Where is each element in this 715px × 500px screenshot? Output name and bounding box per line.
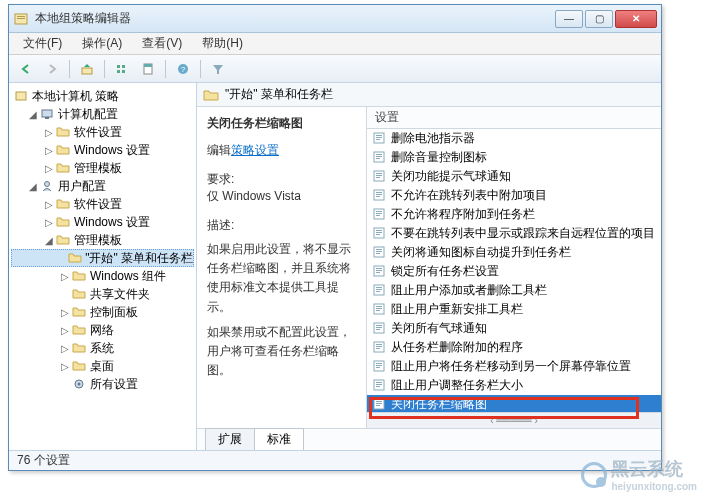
list-item[interactable]: 从任务栏删除附加的程序 — [367, 338, 661, 357]
svg-rect-28 — [376, 175, 382, 176]
tree-item[interactable]: ▷软件设置 — [11, 195, 194, 213]
policy-item-icon — [373, 303, 387, 317]
tree-twist-icon[interactable]: ▷ — [43, 199, 55, 210]
menu-view[interactable]: 查看(V) — [132, 33, 192, 54]
tree-item[interactable]: 所有设置 — [11, 375, 194, 393]
forward-button[interactable] — [41, 58, 63, 80]
list-item[interactable]: 阻止用户重新安排工具栏 — [367, 300, 661, 319]
tree-root[interactable]: 本地计算机 策略 — [11, 87, 194, 105]
tree-item[interactable]: ▷Windows 组件 — [11, 267, 194, 285]
tree-item[interactable]: ▷控制面板 — [11, 303, 194, 321]
filter-button[interactable] — [207, 58, 229, 80]
up-button[interactable] — [76, 58, 98, 80]
list-item[interactable]: 不允许将程序附加到任务栏 — [367, 205, 661, 224]
svg-rect-67 — [376, 363, 382, 364]
help-button[interactable]: ? — [172, 58, 194, 80]
tree-item-label: 用户配置 — [58, 178, 106, 195]
tree-item-label: 软件设置 — [74, 124, 122, 141]
tree-item[interactable]: ▷系统 — [11, 339, 194, 357]
folder-icon — [68, 251, 82, 265]
tree-twist-icon[interactable]: ▷ — [59, 343, 71, 354]
tree-item-label: Windows 组件 — [90, 268, 166, 285]
svg-rect-39 — [376, 230, 382, 231]
tree-item[interactable]: ▷Windows 设置 — [11, 213, 194, 231]
list-item-label: 不允许在跳转列表中附加项目 — [391, 187, 547, 204]
list-item[interactable]: 关闭任务栏缩略图 — [367, 395, 661, 412]
tree-twist-icon[interactable]: ▷ — [43, 127, 55, 138]
tree-twist-icon[interactable]: ▷ — [59, 271, 71, 282]
nav-tree[interactable]: 本地计算机 策略 ◢计算机配置▷软件设置▷Windows 设置▷管理模板◢用户配… — [9, 83, 197, 450]
svg-rect-3 — [82, 68, 92, 74]
svg-rect-47 — [376, 268, 382, 269]
list-item-label: 关闭功能提示气球通知 — [391, 168, 511, 185]
horizontal-scrollbar[interactable]: ‹ ═════ › — [367, 412, 661, 428]
svg-rect-55 — [376, 306, 382, 307]
list-item[interactable]: 阻止用户调整任务栏大小 — [367, 376, 661, 395]
watermark: 黑云系统 heiyunxitong.com — [581, 457, 697, 492]
titlebar[interactable]: 本地组策略编辑器 — ▢ ✕ — [9, 5, 661, 33]
list-icons-button[interactable] — [111, 58, 133, 80]
toolbar: ? — [9, 55, 661, 83]
tree-item[interactable]: ◢用户配置 — [11, 177, 194, 195]
properties-button[interactable] — [137, 58, 159, 80]
back-button[interactable] — [15, 58, 37, 80]
tree-twist-icon[interactable]: ▷ — [59, 307, 71, 318]
list-item-label: 关闭所有气球通知 — [391, 320, 487, 337]
list-item[interactable]: 不要在跳转列表中显示或跟踪来自远程位置的项目 — [367, 224, 661, 243]
edit-policy-row: 编辑策略设置 — [207, 142, 356, 159]
statusbar: 76 个设置 — [9, 450, 661, 470]
close-button[interactable]: ✕ — [615, 10, 657, 28]
list-item-label: 阻止用户调整任务栏大小 — [391, 377, 523, 394]
list-item[interactable]: 不允许在跳转列表中附加项目 — [367, 186, 661, 205]
minimize-button[interactable]: — — [555, 10, 583, 28]
svg-rect-63 — [376, 344, 382, 345]
list-header[interactable]: 设置 — [367, 107, 661, 129]
tree-item[interactable]: ◢管理模板 — [11, 231, 194, 249]
menu-file[interactable]: 文件(F) — [13, 33, 72, 54]
svg-rect-20 — [376, 137, 382, 138]
list-item[interactable]: 锁定所有任务栏设置 — [367, 262, 661, 281]
list-item[interactable]: 删除电池指示器 — [367, 129, 661, 148]
tree-item[interactable]: "开始" 菜单和任务栏 — [11, 249, 194, 267]
tree-twist-icon[interactable]: ▷ — [59, 361, 71, 372]
edit-policy-link[interactable]: 策略设置 — [231, 143, 279, 157]
list-item-label: 删除音量控制图标 — [391, 149, 487, 166]
tree-twist-icon[interactable]: ▷ — [43, 217, 55, 228]
tab-extended[interactable]: 扩展 — [205, 428, 255, 450]
menu-action[interactable]: 操作(A) — [72, 33, 132, 54]
menu-help[interactable]: 帮助(H) — [192, 33, 253, 54]
maximize-button[interactable]: ▢ — [585, 10, 613, 28]
svg-rect-60 — [376, 327, 382, 328]
tree-twist-icon[interactable]: ▷ — [43, 163, 55, 174]
svg-rect-24 — [376, 156, 382, 157]
tree-item[interactable]: ▷Windows 设置 — [11, 141, 194, 159]
tree-twist-icon[interactable]: ▷ — [43, 145, 55, 156]
watermark-main: 黑云系统 — [611, 459, 683, 479]
list-item[interactable]: 阻止用户添加或者删除工具栏 — [367, 281, 661, 300]
tree-twist-icon[interactable]: ◢ — [27, 181, 39, 192]
list-item[interactable]: 阻止用户将任务栏移动到另一个屏幕停靠位置 — [367, 357, 661, 376]
tree-twist-icon[interactable]: ◢ — [43, 235, 55, 246]
window-controls: — ▢ ✕ — [555, 10, 657, 28]
tree-item[interactable]: ◢计算机配置 — [11, 105, 194, 123]
list-item[interactable]: 关闭功能提示气球通知 — [367, 167, 661, 186]
tree-twist-icon[interactable]: ◢ — [27, 109, 39, 120]
folder-icon — [71, 359, 87, 373]
list-item[interactable]: 关闭所有气球通知 — [367, 319, 661, 338]
status-text: 76 个设置 — [17, 452, 70, 469]
settings-list[interactable]: 删除电池指示器删除音量控制图标关闭功能提示气球通知不允许在跳转列表中附加项目不允… — [367, 129, 661, 412]
tree-item[interactable]: ▷桌面 — [11, 357, 194, 375]
tree-item[interactable]: ▷网络 — [11, 321, 194, 339]
tree-twist-icon[interactable]: ▷ — [59, 325, 71, 336]
svg-rect-29 — [376, 177, 380, 178]
tree-item[interactable]: ▷软件设置 — [11, 123, 194, 141]
svg-rect-43 — [376, 249, 382, 250]
tab-standard[interactable]: 标准 — [254, 428, 304, 450]
tree-item[interactable]: ▷管理模板 — [11, 159, 194, 177]
svg-rect-72 — [376, 384, 382, 385]
svg-rect-40 — [376, 232, 382, 233]
list-item[interactable]: 关闭将通知图标自动提升到任务栏 — [367, 243, 661, 262]
tree-item[interactable]: 共享文件夹 — [11, 285, 194, 303]
list-item[interactable]: 删除音量控制图标 — [367, 148, 661, 167]
content-pane: "开始" 菜单和任务栏 关闭任务栏缩略图 编辑策略设置 要求: 仅 Window… — [197, 83, 661, 450]
